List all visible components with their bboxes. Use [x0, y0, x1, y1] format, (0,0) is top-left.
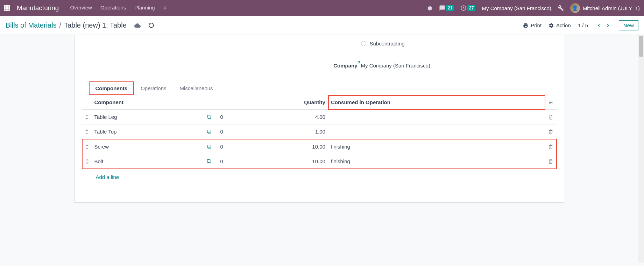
- internal-link-icon[interactable]: [204, 139, 218, 154]
- nav-plus-icon[interactable]: +: [163, 5, 167, 12]
- chat-icon: [439, 5, 445, 11]
- action-label: Action: [556, 22, 571, 28]
- add-line-button[interactable]: Add a line: [82, 169, 557, 185]
- radio-subcontracting[interactable]: Subcontracting: [361, 39, 550, 48]
- th-component: Component: [92, 95, 204, 110]
- internal-link-icon[interactable]: [204, 124, 218, 139]
- breadcrumb-separator: /: [59, 21, 62, 29]
- tab-miscellaneous[interactable]: Miscellaneous: [173, 81, 220, 95]
- consumed-value[interactable]: finishing: [328, 139, 545, 154]
- delete-icon[interactable]: [545, 124, 557, 139]
- table-row[interactable]: Table Top 0 1.00: [82, 124, 557, 139]
- user-menu[interactable]: 👤 Mitchell Admin (JULY_1): [570, 3, 640, 13]
- internal-link-icon[interactable]: [204, 110, 218, 124]
- th-quantity: Quantity: [239, 95, 328, 110]
- quantity-value[interactable]: 10.00: [239, 139, 328, 154]
- discard-icon[interactable]: [148, 22, 154, 28]
- tab-components[interactable]: Components: [89, 81, 134, 95]
- radio-subcontracting-label: Subcontracting: [370, 41, 405, 46]
- breadcrumb-current: Table (new) 1: Table: [64, 21, 127, 29]
- nav-operations[interactable]: Operations: [100, 5, 126, 12]
- quantity-value[interactable]: 10.00: [239, 154, 328, 169]
- radio-icon: [361, 41, 366, 46]
- delete-icon[interactable]: [545, 139, 557, 154]
- component-name[interactable]: Screw: [92, 139, 204, 154]
- company-label: Company ?: [312, 60, 361, 71]
- debug-icon[interactable]: [427, 5, 433, 11]
- pager[interactable]: 1 / 5: [578, 22, 588, 28]
- table-row[interactable]: Screw 0 10.00 finishing: [82, 139, 557, 154]
- component-name[interactable]: Table Leg: [92, 110, 204, 124]
- scrollbar[interactable]: [638, 35, 644, 263]
- print-label: Print: [531, 22, 542, 28]
- tools-icon[interactable]: [558, 5, 564, 11]
- cloud-save-icon[interactable]: [134, 22, 141, 29]
- sub-value[interactable]: 0: [218, 124, 239, 139]
- quantity-value[interactable]: 1.00: [239, 124, 328, 139]
- action-button[interactable]: Action: [549, 22, 571, 28]
- scrollbar-thumb[interactable]: [639, 36, 643, 57]
- breadcrumb-parent[interactable]: Bills of Materials: [6, 21, 57, 29]
- pager-next[interactable]: [604, 23, 612, 28]
- svg-rect-4: [207, 159, 210, 162]
- user-name: Mitchell Admin (JULY_1): [583, 5, 640, 11]
- component-name[interactable]: Table Top: [92, 124, 204, 139]
- svg-rect-1: [207, 115, 210, 118]
- drag-handle-icon[interactable]: [82, 139, 92, 154]
- avatar: 👤: [570, 3, 580, 13]
- sub-value[interactable]: 0: [218, 139, 239, 154]
- svg-rect-3: [207, 145, 210, 148]
- help-icon[interactable]: ?: [358, 60, 360, 65]
- delete-icon[interactable]: [545, 154, 557, 169]
- sub-value[interactable]: 0: [218, 110, 239, 124]
- nav-planning[interactable]: Planning: [134, 5, 155, 12]
- clock-icon: [460, 5, 467, 11]
- drag-handle-icon[interactable]: [82, 124, 92, 139]
- quantity-value[interactable]: 4.00: [239, 110, 328, 124]
- column-settings-icon[interactable]: [545, 95, 557, 110]
- print-button[interactable]: Print: [523, 22, 542, 28]
- internal-link-icon[interactable]: [204, 154, 218, 169]
- print-icon: [523, 23, 529, 28]
- component-name[interactable]: Bolt: [92, 154, 204, 169]
- activities-badge: 27: [467, 5, 475, 11]
- table-row[interactable]: Bolt 0 10.00 finishing: [82, 154, 557, 169]
- drag-handle-icon[interactable]: [82, 154, 92, 169]
- company-value[interactable]: My Company (San Francisco): [361, 60, 550, 71]
- consumed-value[interactable]: [328, 124, 545, 139]
- consumed-value[interactable]: [328, 110, 545, 124]
- pager-prev[interactable]: [595, 23, 603, 28]
- sub-value[interactable]: 0: [218, 154, 239, 169]
- app-name[interactable]: Manufacturing: [17, 4, 59, 12]
- gear-icon: [549, 23, 554, 28]
- consumed-value[interactable]: finishing: [328, 154, 545, 169]
- bom-type-label: [312, 36, 361, 51]
- table-row[interactable]: Table Leg 0 4.00: [82, 110, 557, 124]
- apps-icon[interactable]: [4, 5, 10, 11]
- drag-handle-icon[interactable]: [82, 110, 92, 124]
- th-consumed: Consumed in Operation: [328, 95, 545, 110]
- tab-operations[interactable]: Operations: [134, 81, 173, 95]
- delete-icon[interactable]: [545, 110, 557, 124]
- activities-button[interactable]: 27: [460, 5, 475, 11]
- nav-overview[interactable]: Overview: [70, 5, 92, 12]
- svg-rect-2: [207, 130, 210, 132]
- new-button[interactable]: New: [619, 20, 638, 30]
- messages-button[interactable]: 21: [439, 5, 454, 11]
- messages-badge: 21: [446, 5, 454, 11]
- company-switcher[interactable]: My Company (San Francisco): [482, 5, 551, 11]
